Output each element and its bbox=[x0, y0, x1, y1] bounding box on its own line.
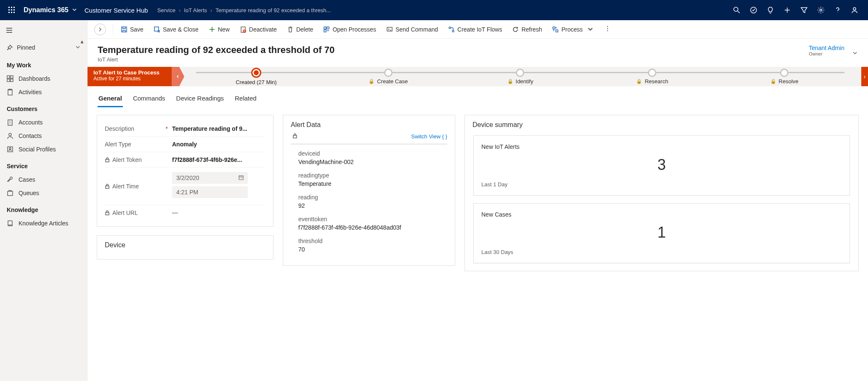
breadcrumb-item[interactable]: Temperature reading of 92 exceeded a thr… bbox=[215, 7, 331, 13]
field-label: Alert Type bbox=[105, 141, 131, 148]
task-icon[interactable] bbox=[745, 0, 762, 20]
sidebar-item-contacts[interactable]: Contacts bbox=[0, 129, 87, 143]
svg-point-37 bbox=[607, 28, 608, 29]
back-button[interactable] bbox=[94, 24, 106, 35]
sidebar-item-accounts[interactable]: Accounts bbox=[0, 116, 87, 129]
record-header: Temperature reading of 92 exceeded a thr… bbox=[88, 39, 868, 67]
sidebar-item-label: Dashboards bbox=[19, 75, 50, 82]
lock-icon: 🔒 bbox=[636, 79, 642, 84]
svg-rect-24 bbox=[122, 27, 127, 32]
breadcrumb-item[interactable]: IoT Alerts bbox=[184, 7, 207, 13]
alert-type-value[interactable]: Anomaly bbox=[172, 141, 265, 148]
stage-research[interactable]: 🔒Research bbox=[586, 69, 718, 85]
device-heading: Device bbox=[105, 241, 265, 249]
create-iot-flows-button[interactable]: Create IoT Flows bbox=[444, 24, 506, 35]
header-chevron-icon[interactable] bbox=[852, 50, 858, 57]
svg-rect-41 bbox=[239, 176, 243, 180]
sidebar-item-social[interactable]: Social Profiles bbox=[0, 143, 87, 156]
svg-rect-5 bbox=[13, 9, 15, 11]
new-button[interactable]: New bbox=[204, 24, 234, 35]
chevron-down-icon[interactable] bbox=[75, 44, 80, 51]
save-close-button[interactable]: Save & Close bbox=[149, 24, 203, 35]
tab-device-readings[interactable]: Device Readings bbox=[175, 92, 225, 107]
user-icon[interactable] bbox=[846, 0, 863, 20]
settings-icon[interactable] bbox=[812, 0, 829, 20]
stage-create-case[interactable]: 🔒Create Case bbox=[322, 69, 454, 85]
svg-rect-17 bbox=[11, 79, 13, 82]
owner-field[interactable]: Tenant Admin Owner bbox=[809, 45, 844, 56]
stage-identify[interactable]: 🔒Identify bbox=[454, 69, 587, 85]
process-next-icon[interactable]: › bbox=[861, 67, 868, 86]
sidebar: ▲ Pinned My Work Dashboards Activities C… bbox=[0, 20, 88, 381]
field-label: Alert URL bbox=[112, 209, 138, 216]
lock-icon: 🔒 bbox=[507, 79, 513, 84]
sidebar-item-queues[interactable]: Queues bbox=[0, 186, 87, 200]
pinned-row[interactable]: Pinned bbox=[0, 40, 87, 55]
switch-view-link[interactable]: Switch View { } bbox=[411, 133, 447, 140]
svg-rect-23 bbox=[8, 191, 13, 196]
stage-label: Resolve bbox=[779, 78, 799, 85]
summary-tile-alerts[interactable]: New IoT Alerts 3 Last 1 Day bbox=[473, 135, 850, 196]
stage-resolve[interactable]: 🔒Resolve bbox=[718, 69, 850, 85]
save-button[interactable]: Save bbox=[117, 24, 148, 35]
cmd-label: Delete bbox=[296, 26, 313, 33]
sidebar-item-label: Knowledge Articles bbox=[19, 220, 68, 227]
lock-icon: 🔒 bbox=[770, 79, 776, 84]
collapse-caret-icon[interactable]: ▲ bbox=[80, 39, 85, 45]
brand-chevron-icon[interactable] bbox=[72, 7, 77, 13]
tab-commands[interactable]: Commands bbox=[132, 92, 166, 107]
tile-value: 3 bbox=[481, 156, 842, 174]
time-text: 4:21 PM bbox=[176, 189, 198, 196]
breadcrumb-item[interactable]: Service bbox=[157, 7, 175, 13]
kv-value: 70 bbox=[298, 246, 447, 253]
kv-key: threshold bbox=[298, 238, 447, 244]
process-name[interactable]: IoT Alert to Case Process Active for 27 … bbox=[88, 67, 179, 86]
tab-related[interactable]: Related bbox=[234, 92, 257, 107]
refresh-button[interactable]: Refresh bbox=[508, 24, 546, 35]
summary-tile-cases[interactable]: New Cases 1 Last 30 Days bbox=[473, 203, 850, 263]
dashboard-icon bbox=[7, 75, 13, 82]
cmd-label: New bbox=[218, 26, 230, 33]
stage-created[interactable]: Created (27 Min) bbox=[190, 68, 322, 85]
add-icon[interactable] bbox=[779, 0, 796, 20]
open-processes-button[interactable]: Open Processes bbox=[319, 24, 380, 35]
stage-label: Research bbox=[645, 78, 668, 85]
more-button[interactable] bbox=[600, 23, 616, 35]
sidebar-item-activities[interactable]: Activities bbox=[0, 85, 87, 99]
svg-rect-30 bbox=[324, 30, 326, 32]
bulb-icon[interactable] bbox=[762, 0, 779, 20]
cmd-label: Process bbox=[561, 26, 583, 33]
sidebar-item-label: Social Profiles bbox=[19, 146, 56, 153]
brand-label[interactable]: Dynamics 365 bbox=[24, 6, 69, 14]
delete-button[interactable]: Delete bbox=[283, 24, 317, 35]
description-value[interactable]: Temperature reading of 9... bbox=[172, 125, 265, 132]
search-icon[interactable] bbox=[728, 0, 745, 20]
process-button[interactable]: Process bbox=[548, 24, 598, 35]
svg-rect-15 bbox=[11, 76, 13, 78]
sidebar-item-dashboards[interactable]: Dashboards bbox=[0, 72, 87, 85]
send-command-button[interactable]: Send Command bbox=[382, 24, 442, 35]
kv-key: deviceid bbox=[298, 150, 447, 157]
filter-icon[interactable] bbox=[796, 0, 812, 20]
badge-icon bbox=[7, 146, 13, 153]
kv-value: 92 bbox=[298, 202, 447, 209]
svg-rect-16 bbox=[7, 79, 10, 82]
sidebar-item-knowledge[interactable]: Knowledge Articles bbox=[0, 217, 87, 230]
kv-value: VendingMachine-002 bbox=[298, 159, 447, 165]
waffle-icon[interactable] bbox=[5, 3, 19, 17]
content-area: Description* Temperature reading of 9...… bbox=[88, 107, 868, 381]
breadcrumb-sep: › bbox=[210, 7, 212, 13]
app-name[interactable]: Customer Service Hub bbox=[85, 7, 148, 14]
lock-icon bbox=[105, 210, 110, 215]
svg-rect-29 bbox=[327, 27, 329, 29]
svg-point-20 bbox=[9, 133, 11, 136]
deactivate-button[interactable]: Deactivate bbox=[236, 24, 281, 35]
process-stages: Created (27 Min) 🔒Create Case 🔒Identify … bbox=[179, 67, 861, 86]
svg-point-32 bbox=[449, 27, 451, 29]
tab-general[interactable]: General bbox=[98, 92, 123, 107]
help-icon[interactable] bbox=[829, 0, 846, 20]
svg-rect-40 bbox=[106, 186, 109, 188]
hamburger-icon[interactable] bbox=[0, 22, 87, 40]
svg-rect-0 bbox=[8, 7, 10, 8]
sidebar-item-cases[interactable]: Cases bbox=[0, 173, 87, 186]
